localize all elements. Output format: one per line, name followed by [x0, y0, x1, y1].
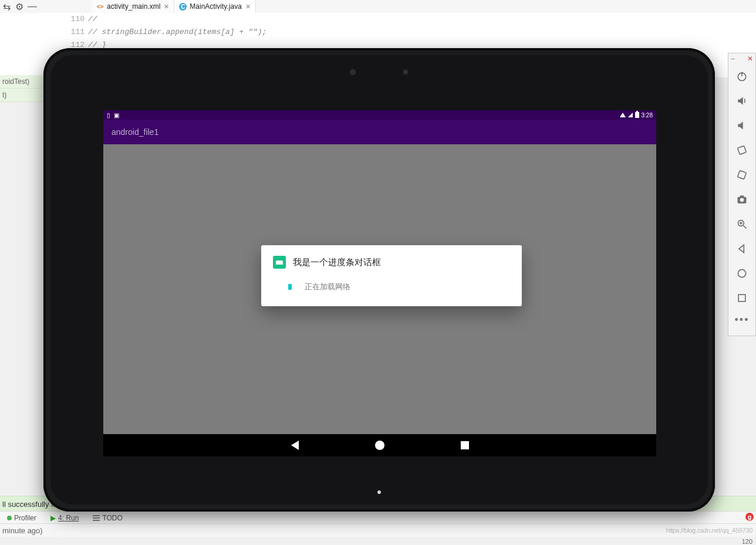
- list-icon: [93, 515, 100, 521]
- overview-button[interactable]: [461, 441, 469, 449]
- progress-dialog: 我是一个进度条对话框 正在加载网络: [261, 245, 522, 306]
- volume-down-button[interactable]: [728, 113, 755, 138]
- tab-profiler[interactable]: Profiler: [0, 514, 43, 522]
- tab-activity-main[interactable]: <> activity_main.xml ✕: [92, 0, 174, 13]
- dialog-title: 我是一个进度条对话框: [293, 257, 381, 268]
- line-count: 120: [741, 538, 754, 545]
- notification-icon: ▣: [114, 112, 119, 119]
- zoom-button[interactable]: [728, 212, 755, 236]
- power-button[interactable]: [728, 64, 755, 89]
- close-icon[interactable]: ✕: [245, 3, 251, 11]
- app-content[interactable]: 我是一个进度条对话框 正在加载网络: [103, 144, 656, 434]
- svg-rect-6: [740, 195, 744, 197]
- home-indicator-dot: [377, 490, 381, 494]
- tab-main-activity[interactable]: C MainActivity.java ✕: [174, 0, 255, 13]
- back-button[interactable]: [291, 441, 299, 450]
- status-text: minute ago): [2, 526, 43, 535]
- camera-button[interactable]: [728, 187, 755, 212]
- volume-up-button[interactable]: [728, 89, 755, 113]
- editor-tabs: <> activity_main.xml ✕ C MainActivity.ja…: [92, 0, 256, 13]
- svg-rect-2: [738, 146, 747, 155]
- watermark: https://blog.csdn.net/qq_459730: [666, 527, 752, 534]
- minimize-icon[interactable]: —: [26, 0, 39, 13]
- tab-label: MainActivity.java: [190, 2, 241, 11]
- tab-run[interactable]: ▶ 4: Run: [43, 514, 86, 522]
- close-icon[interactable]: ✕: [747, 55, 753, 63]
- play-icon: ▶: [50, 514, 56, 522]
- app-title: android_file1: [112, 127, 158, 137]
- front-camera: [403, 69, 409, 75]
- minimize-icon[interactable]: –: [731, 55, 735, 63]
- close-icon[interactable]: ✕: [164, 3, 169, 11]
- gear-icon[interactable]: ⚙: [13, 0, 26, 13]
- overview-square-button[interactable]: [728, 286, 755, 310]
- rotate-left-button[interactable]: [728, 138, 755, 163]
- svg-point-11: [738, 269, 745, 277]
- svg-rect-12: [738, 294, 745, 302]
- status-bar: minute ago) https://blog.csdn.net/qq_459…: [0, 523, 756, 537]
- svg-point-5: [740, 198, 744, 202]
- status-time: 3:28: [642, 112, 653, 119]
- more-icon[interactable]: •••: [728, 310, 755, 330]
- signal-icon: [628, 113, 633, 117]
- android-screen[interactable]: ▯ ▣ 3:28 android_file1 我是一个进度条对话框: [103, 110, 656, 456]
- bottom-tool-tabs: Profiler ▶ 4: Run TODO: [0, 511, 756, 524]
- home-button[interactable]: [375, 441, 384, 450]
- wifi-icon: [620, 113, 626, 117]
- toolbar-titlebar[interactable]: – ✕: [728, 53, 755, 64]
- ide-toolbar: ⇆ ⚙ — <> activity_main.xml ✕ C MainActiv…: [0, 0, 756, 13]
- android-icon: [273, 256, 286, 269]
- android-status-bar: ▯ ▣ 3:28: [103, 110, 656, 120]
- rotate-right-button[interactable]: [728, 163, 755, 187]
- sync-icon[interactable]: ⇆: [0, 0, 13, 13]
- notification-icon: ▯: [107, 112, 110, 119]
- app-bar: android_file1: [103, 120, 656, 144]
- device-sensors: [43, 69, 715, 75]
- back-button[interactable]: [728, 236, 755, 261]
- home-circle-button[interactable]: [728, 261, 755, 286]
- tab-todo[interactable]: TODO: [86, 514, 129, 522]
- sensor-dot: [350, 69, 356, 75]
- xml-file-icon: <>: [96, 3, 104, 11]
- java-file-icon: C: [179, 3, 187, 11]
- tab-label: activity_main.xml: [107, 2, 160, 11]
- error-badge[interactable]: g: [745, 513, 754, 521]
- progress-spinner: [288, 284, 292, 290]
- dot-icon: [7, 516, 12, 520]
- emulator-toolbar[interactable]: – ✕ •••: [728, 53, 756, 336]
- battery-icon: [635, 112, 639, 118]
- svg-rect-3: [738, 171, 747, 180]
- dialog-message: 正在加载网络: [305, 282, 350, 292]
- emulator-device: ▯ ▣ 3:28 android_file1 我是一个进度条对话框: [43, 48, 715, 512]
- android-nav-bar: [103, 434, 656, 456]
- svg-line-8: [744, 226, 747, 229]
